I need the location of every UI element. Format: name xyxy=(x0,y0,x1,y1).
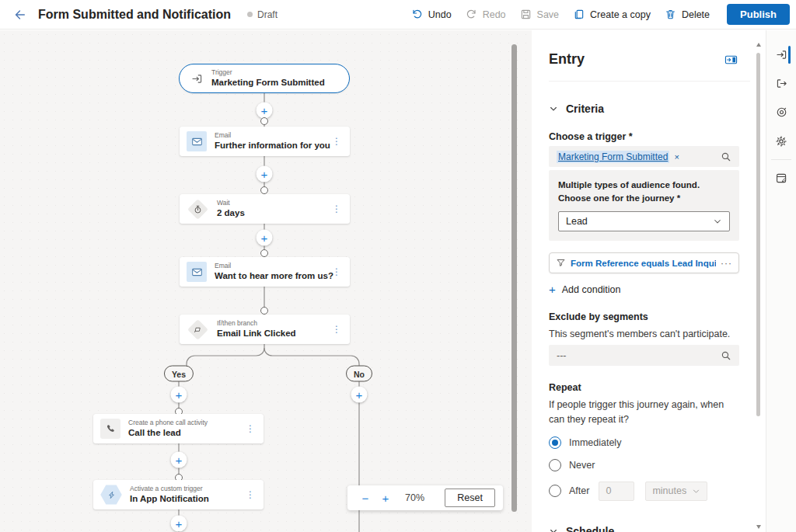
chevron-down-icon xyxy=(713,217,722,226)
add-step-button[interactable]: + xyxy=(257,103,273,119)
node-menu-button[interactable]: ⋮ xyxy=(330,135,344,148)
repeat-option-after[interactable]: After minutes xyxy=(549,482,739,501)
back-button[interactable] xyxy=(11,6,28,23)
plus-icon: + xyxy=(549,283,556,295)
journey-editor: Form Submitted and Notification Draft Un… xyxy=(0,0,796,532)
undo-icon xyxy=(411,9,423,20)
copy-icon xyxy=(573,9,585,20)
radio-selected-icon[interactable] xyxy=(549,436,561,449)
criteria-section-header[interactable]: Criteria xyxy=(549,103,739,115)
radio-icon[interactable] xyxy=(549,485,561,497)
add-step-button[interactable]: + xyxy=(171,516,187,532)
node-menu-button[interactable]: ⋮ xyxy=(330,323,344,336)
node-if-then-branch[interactable]: If/then branch Email Link Clicked ⋮ xyxy=(180,315,350,344)
create-copy-label: Create a copy xyxy=(590,9,651,20)
zoom-in-button[interactable]: + xyxy=(375,492,396,505)
publish-button[interactable]: Publish xyxy=(727,4,790,25)
node-phone-call[interactable]: Create a phone call activity Call the le… xyxy=(93,414,264,443)
node-menu-button[interactable]: ⋮ xyxy=(243,422,257,435)
audience-select[interactable]: Lead xyxy=(558,211,730,231)
node-menu-button[interactable]: ⋮ xyxy=(243,489,257,501)
journey-canvas[interactable]: Trigger Marketing Form Submitted + + + +… xyxy=(0,30,532,532)
radio-icon[interactable] xyxy=(549,459,561,471)
schedule-section-header[interactable]: Schedule xyxy=(549,525,739,532)
node-title: 2 days xyxy=(217,207,322,219)
canvas-scrollbar[interactable] xyxy=(511,44,517,512)
undo-label: Undo xyxy=(428,9,452,20)
node-menu-button[interactable]: ⋮ xyxy=(330,203,344,215)
repeat-option-immediately[interactable]: Immediately xyxy=(549,436,739,449)
node-type-label: Email xyxy=(215,262,322,270)
zoom-toolbar: − + 70% Reset xyxy=(347,485,503,510)
panel-title: Entry xyxy=(549,51,585,68)
trigger-tag[interactable]: Marketing Form Submitted xyxy=(557,151,669,163)
repeat-label: Repeat xyxy=(549,382,739,393)
after-unit-value: minutes xyxy=(652,485,686,496)
node-type-label: Activate a custom trigger xyxy=(130,485,236,493)
exclude-segments-input[interactable] xyxy=(557,350,721,361)
rail-tab-entry[interactable] xyxy=(766,40,796,69)
open-panel-button[interactable] xyxy=(723,52,739,68)
node-email-further-information[interactable]: Email Further information for you ⋮ xyxy=(180,127,350,156)
node-title: Want to hear more from us? xyxy=(215,270,322,282)
node-title: Email Link Clicked xyxy=(217,328,322,339)
branch-label-no: No xyxy=(346,366,372,382)
node-trigger[interactable]: Trigger Marketing Form Submitted xyxy=(179,64,350,93)
rail-tab-notes[interactable] xyxy=(766,164,796,193)
zoom-level: 70% xyxy=(405,492,424,503)
connector-dot xyxy=(260,307,268,315)
trigger-search-field[interactable]: Marketing Form Submitted × xyxy=(549,146,739,167)
delete-button[interactable]: Delete xyxy=(665,9,710,20)
add-condition-button[interactable]: + Add condition xyxy=(549,283,621,295)
undo-button[interactable]: Undo xyxy=(411,9,452,20)
exclude-segments-desc: This segment's members can't participate… xyxy=(549,327,739,341)
phone-icon xyxy=(100,419,120,439)
redo-button[interactable]: Redo xyxy=(466,9,506,20)
audience-selected-value: Lead xyxy=(566,216,588,227)
repeat-desc: If people trigger this journey again, wh… xyxy=(549,398,739,426)
choose-trigger-label: Choose a trigger * xyxy=(549,131,739,142)
rail-tab-exit[interactable] xyxy=(766,69,796,98)
connector-dot xyxy=(260,186,268,194)
save-label: Save xyxy=(537,9,560,20)
add-condition-label: Add condition xyxy=(562,284,621,295)
email-icon xyxy=(187,131,207,151)
scroll-up-icon[interactable] xyxy=(756,43,761,47)
repeat-option-never[interactable]: Never xyxy=(549,459,739,471)
scroll-down-icon[interactable] xyxy=(756,525,761,529)
node-custom-trigger[interactable]: Activate a custom trigger In App Notific… xyxy=(93,480,264,509)
save-button[interactable]: Save xyxy=(520,9,560,20)
node-type-label: Email xyxy=(215,131,322,140)
zoom-reset-button[interactable]: Reset xyxy=(445,489,495,507)
node-email-want-to-hear-more[interactable]: Email Want to hear more from us? ⋮ xyxy=(180,257,350,287)
add-step-button[interactable]: + xyxy=(171,452,187,468)
status-badge: Draft xyxy=(247,9,278,20)
rail-tab-settings[interactable] xyxy=(766,127,796,155)
repeat-option-label: After xyxy=(569,485,589,496)
create-copy-button[interactable]: Create a copy xyxy=(573,9,651,20)
node-menu-button[interactable]: ⋮ xyxy=(330,266,344,278)
rail-tab-goal[interactable] xyxy=(766,98,796,127)
condition-more-button[interactable]: ··· xyxy=(721,258,732,269)
panel-scrollbar[interactable] xyxy=(756,43,762,529)
notes-icon xyxy=(775,172,788,185)
add-step-button[interactable]: + xyxy=(257,230,273,246)
add-step-button[interactable]: + xyxy=(257,166,273,183)
node-type-label: If/then branch xyxy=(217,319,322,328)
exit-icon xyxy=(775,77,788,90)
node-type-label: Trigger xyxy=(211,68,343,77)
schedule-section-label: Schedule xyxy=(566,525,614,532)
repeat-option-label: Immediately xyxy=(569,437,621,448)
scrollbar-thumb[interactable] xyxy=(756,53,760,416)
exclude-segments-field[interactable] xyxy=(549,345,739,366)
wait-timer-icon xyxy=(187,199,208,220)
zoom-out-button[interactable]: − xyxy=(355,492,375,505)
connector-dot xyxy=(260,117,268,125)
condition-chip[interactable]: Form Reference equals Lead Inquiry ··· xyxy=(549,252,739,273)
criteria-section-label: Criteria xyxy=(566,103,604,115)
add-step-button[interactable]: + xyxy=(171,387,187,403)
remove-trigger-icon[interactable]: × xyxy=(674,152,679,162)
condition-label: Form Reference equals Lead Inquiry xyxy=(571,259,716,268)
node-wait[interactable]: Wait 2 days ⋮ xyxy=(180,194,350,224)
add-step-button[interactable]: + xyxy=(351,387,368,403)
